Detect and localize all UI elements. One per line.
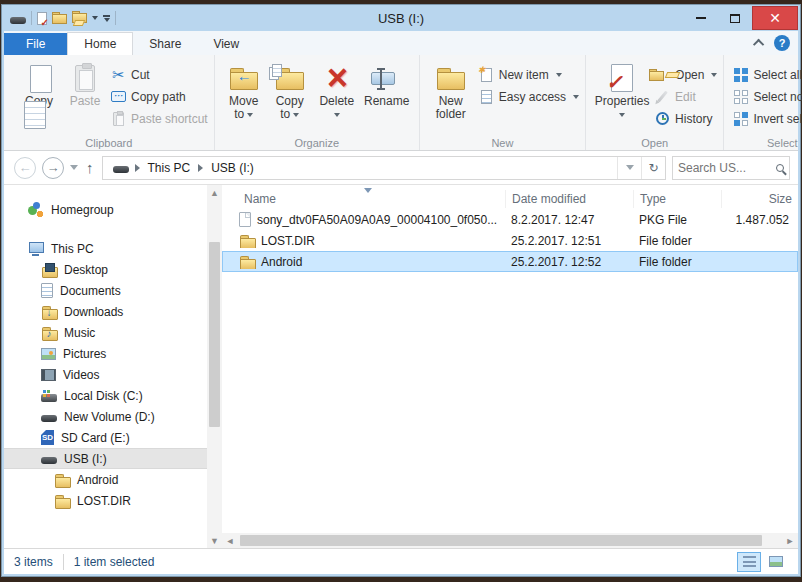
select-all-button[interactable]: Select all — [732, 65, 802, 84]
recent-locations-icon[interactable] — [70, 165, 78, 170]
chevron-down-icon[interactable] — [92, 16, 98, 20]
tab-share[interactable]: Share — [133, 33, 197, 55]
sidebar-item-label: USB (I:) — [64, 452, 107, 466]
tab-home[interactable]: Home — [67, 32, 133, 55]
properties-button[interactable]: Properties — [592, 59, 652, 121]
search-input[interactable] — [678, 161, 772, 175]
up-one-level-icon[interactable]: ↑ — [84, 159, 96, 176]
sidebar-item-videos[interactable]: Videos — [4, 364, 207, 385]
ribbon-group-new: New folder New item Easy access New — [420, 55, 586, 150]
file-name: LOST.DIR — [261, 234, 315, 248]
usb-icon — [41, 457, 57, 464]
new-item-icon — [478, 66, 495, 83]
sidebar-item-label: Android — [77, 473, 118, 487]
history-icon — [654, 110, 671, 127]
horizontal-scrollbar[interactable]: ◄ ► — [222, 533, 798, 548]
quick-access-toolbar — [4, 11, 116, 26]
sidebar-item-label: This PC — [51, 242, 94, 256]
minimize-button[interactable] — [684, 6, 718, 30]
select-none-button[interactable]: Select none — [732, 87, 802, 106]
sidebar-item-this-pc[interactable]: This PC — [4, 238, 207, 259]
move-to-button[interactable]: Move to — [221, 59, 267, 121]
column-header-name[interactable]: Name — [222, 190, 506, 208]
file-date-modified: 25.2.2017. 12:52 — [505, 255, 633, 269]
file-type: PKG File — [633, 213, 721, 227]
sidebar-item-local-disk-c[interactable]: Local Disk (C:) — [4, 385, 207, 406]
address-box[interactable]: This PC USB (I:) ↻ — [102, 156, 667, 180]
delete-button[interactable]: Delete — [313, 59, 361, 121]
qat-properties-icon[interactable] — [37, 12, 47, 25]
back-button[interactable]: ← — [14, 157, 36, 179]
sidebar-item-lost-dir[interactable]: LOST.DIR — [4, 490, 207, 511]
paste-shortcut-button[interactable]: Paste shortcut — [110, 109, 208, 128]
sidebar-item-desktop[interactable]: Desktop — [4, 259, 207, 280]
refresh-icon[interactable]: ↻ — [641, 157, 665, 179]
cut-button[interactable]: Cut — [110, 65, 208, 84]
details-view-button[interactable] — [737, 552, 761, 572]
search-icon[interactable] — [776, 164, 784, 172]
file-name: sony_dtv0FA50A09A0A9_00004100_0f050... — [257, 213, 497, 227]
sidebar-item-usb-i[interactable]: USB (I:) — [4, 448, 207, 469]
close-button[interactable]: ✕ — [752, 6, 798, 30]
paste-button[interactable]: Paste — [62, 59, 108, 108]
sidebar-item-android[interactable]: Android — [4, 469, 207, 490]
new-folder-button[interactable]: New folder — [426, 59, 476, 121]
file-type: File folder — [633, 234, 721, 248]
column-header-size[interactable]: Size — [722, 190, 798, 208]
cut-icon — [110, 66, 127, 83]
customize-toolbar-icon[interactable] — [103, 15, 110, 22]
scroll-up-icon[interactable]: ▲ — [207, 185, 222, 200]
scrollbar-thumb[interactable] — [240, 535, 762, 546]
maximize-button[interactable] — [718, 6, 752, 30]
help-icon[interactable] — [774, 35, 790, 51]
sidebar-item-documents[interactable]: Documents — [4, 280, 207, 301]
edit-button[interactable]: Edit — [654, 87, 717, 106]
copy-path-button[interactable]: Copy path — [110, 87, 208, 106]
sidebar-item-new-volume-d[interactable]: New Volume (D:) — [4, 406, 207, 427]
tab-file[interactable]: File — [4, 33, 67, 55]
copy-button[interactable]: Copy — [16, 59, 62, 108]
breadcrumb-this-pc[interactable]: This PC — [146, 159, 193, 177]
sidebar-item-label: Downloads — [64, 305, 123, 319]
easy-access-button[interactable]: Easy access — [478, 87, 579, 106]
search-box[interactable] — [672, 156, 790, 180]
scrollbar-thumb[interactable] — [209, 242, 220, 427]
sidebar-item-music[interactable]: ♪Music — [4, 322, 207, 343]
main-area: HomegroupThis PCDesktopDocuments↓Downloa… — [4, 185, 798, 548]
sidebar-item-pictures[interactable]: Pictures — [4, 343, 207, 364]
sidebar-item-downloads[interactable]: ↓Downloads — [4, 301, 207, 322]
file-row-android[interactable]: Android25.2.2017. 12:52File folder — [222, 251, 798, 272]
breadcrumb-usb[interactable]: USB (I:) — [209, 159, 256, 177]
address-dropdown-icon[interactable] — [617, 157, 641, 179]
qat-new-folder-icon[interactable] — [52, 12, 67, 24]
tab-view[interactable]: View — [197, 33, 255, 55]
column-header-date-modified[interactable]: Date modified — [506, 190, 634, 208]
forward-button[interactable]: → — [42, 157, 64, 179]
scroll-right-icon[interactable]: ► — [782, 533, 798, 548]
invert-selection-button[interactable]: Invert selection — [732, 109, 802, 128]
sidebar-item-homegroup[interactable]: Homegroup — [4, 199, 207, 220]
system-menu-drive-icon[interactable] — [10, 17, 26, 24]
column-header-type[interactable]: Type — [634, 190, 722, 208]
sidebar-scrollbar[interactable]: ▲ ▼ — [207, 185, 222, 548]
copy-to-button[interactable]: Copy to — [267, 59, 313, 121]
folder-icon — [54, 494, 70, 508]
breadcrumb-separator-icon[interactable] — [198, 164, 203, 172]
folder-icon — [239, 234, 255, 248]
qat-folder-options-icon[interactable] — [72, 11, 87, 26]
details-view-icon — [743, 556, 756, 567]
drive-icon — [41, 415, 57, 422]
thumbnails-view-button[interactable] — [764, 552, 788, 572]
file-row-lost-dir[interactable]: LOST.DIR25.2.2017. 12:51File folder — [222, 230, 798, 251]
history-button[interactable]: History — [654, 109, 717, 128]
file-row-sony-dtv0fa50a09a0a9-00004100-0f050[interactable]: sony_dtv0FA50A09A0A9_00004100_0f050...8.… — [222, 209, 798, 230]
sidebar-item-sd-card-e[interactable]: SDSD Card (E:) — [4, 427, 207, 448]
scroll-left-icon[interactable]: ◄ — [222, 533, 238, 548]
breadcrumb-separator-icon[interactable] — [135, 164, 140, 172]
select-none-icon — [732, 88, 749, 105]
minimize-ribbon-icon[interactable] — [753, 39, 764, 50]
new-item-button[interactable]: New item — [478, 65, 579, 84]
open-button[interactable]: Open — [654, 65, 717, 84]
scroll-down-icon[interactable]: ▼ — [207, 533, 222, 548]
rename-button[interactable]: Rename — [361, 59, 413, 108]
